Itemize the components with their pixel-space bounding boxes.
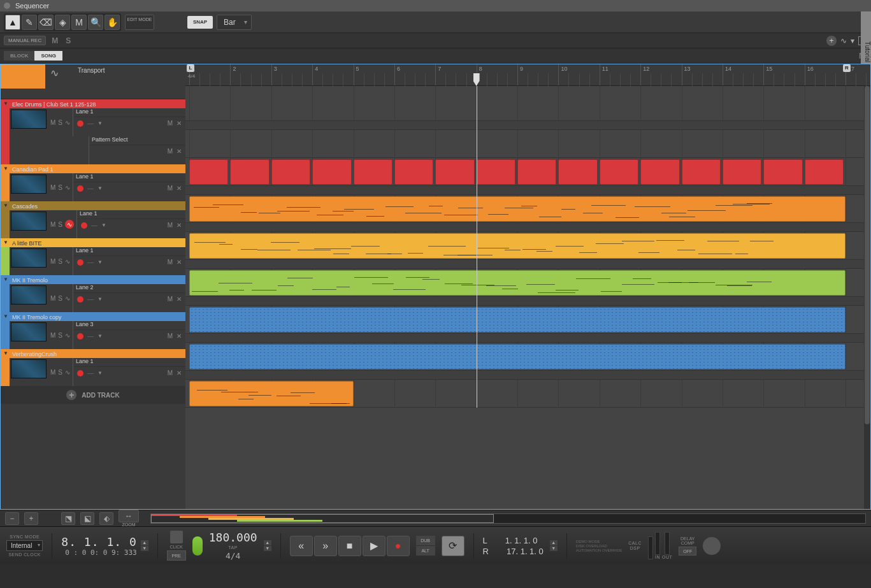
eraser-tool[interactable]: ⌫ xyxy=(38,15,54,30)
ruler-tick[interactable]: 13 xyxy=(682,64,691,85)
lane-mute[interactable]: M xyxy=(168,148,173,155)
track-mute[interactable]: M xyxy=(50,332,55,339)
track-solo[interactable]: S xyxy=(58,332,62,339)
track-title-strip[interactable]: ▼MK II Tremolo xyxy=(1,275,185,284)
manual-rec-button[interactable]: MANUAL REC xyxy=(4,36,46,45)
track-title-strip[interactable]: ▼Canadian Pad 1 xyxy=(1,164,185,173)
track-color-tab[interactable] xyxy=(1,64,45,89)
lane-delete-icon[interactable]: ✕ xyxy=(176,148,182,155)
clip[interactable] xyxy=(394,159,433,185)
tap-label[interactable]: TAP xyxy=(228,545,238,550)
lane-mute[interactable]: M xyxy=(168,369,173,376)
lane-mute[interactable]: M xyxy=(168,296,173,303)
track-header[interactable]: ▼A little BITEMS∿Lane 1—▼M✕ xyxy=(1,238,185,275)
track-solo[interactable]: S xyxy=(58,258,62,265)
zoom-preset-2[interactable]: ⬕ xyxy=(80,512,94,525)
track-color-tab[interactable] xyxy=(1,358,10,386)
zoom-out-button[interactable]: − xyxy=(5,512,19,525)
clip[interactable] xyxy=(435,159,474,185)
track-color-tab[interactable] xyxy=(1,247,10,275)
loop-marker-left[interactable]: L xyxy=(187,64,194,72)
lane-mute[interactable]: M xyxy=(168,259,173,266)
lane-dropdown-icon[interactable]: ▼ xyxy=(97,120,103,126)
song-tab[interactable]: SONG xyxy=(34,51,62,61)
track-collapse-icon[interactable]: ▼ xyxy=(3,350,8,356)
stop-button[interactable]: ■ xyxy=(338,536,361,556)
ruler[interactable]: 12345678910111213141516174/4LR xyxy=(185,64,870,86)
lane-name[interactable]: Lane 1 xyxy=(73,173,185,182)
clip[interactable] xyxy=(682,159,721,185)
track-automation-icon[interactable]: ∿ xyxy=(65,184,70,191)
timeline-lane[interactable] xyxy=(185,158,870,186)
lane-name[interactable]: Lane 1 xyxy=(73,247,185,256)
ruler-tick[interactable]: 7 xyxy=(435,64,441,85)
timeline-lane[interactable] xyxy=(185,371,870,408)
lane-name[interactable]: Lane 2 xyxy=(73,284,185,293)
forward-button[interactable]: » xyxy=(314,536,337,556)
track-solo[interactable]: S xyxy=(58,295,62,302)
block-tab[interactable]: BLOCK xyxy=(4,51,34,61)
track-collapse-icon[interactable]: ▼ xyxy=(3,166,8,171)
track-color-tab[interactable] xyxy=(1,173,10,201)
lane-name[interactable]: Lane 1 xyxy=(73,108,185,117)
loop-l-value[interactable]: 1. 1. 1. 0 xyxy=(505,536,538,545)
track-collapse-icon[interactable]: ▼ xyxy=(3,276,8,282)
lane-record-arm[interactable] xyxy=(77,120,83,127)
track-device-thumbnail[interactable] xyxy=(11,359,47,378)
track-header[interactable]: ▼Canadian Pad 1MS∿Lane 1—▼M✕ xyxy=(1,164,185,201)
clip[interactable] xyxy=(189,196,846,222)
track-mute[interactable]: M xyxy=(50,295,55,302)
position-spinner[interactable]: ▲▼ xyxy=(141,540,148,551)
track-device-thumbnail[interactable] xyxy=(11,212,47,231)
lane-name[interactable]: Lane 1 xyxy=(77,210,185,219)
timeline-area[interactable]: 12345678910111213141516174/4LR xyxy=(185,64,870,509)
timeline-lane[interactable] xyxy=(185,334,870,371)
track-collapse-icon[interactable]: ▼ xyxy=(3,240,8,245)
razor-tool[interactable]: ◈ xyxy=(55,15,70,30)
ruler-tick[interactable]: 11 xyxy=(600,64,608,85)
lane-record-arm[interactable] xyxy=(77,259,83,266)
clip[interactable] xyxy=(640,159,679,185)
automation-icon[interactable]: ∿ xyxy=(840,36,847,45)
track-device-thumbnail[interactable] xyxy=(11,175,47,194)
window-close-dot[interactable] xyxy=(4,3,10,9)
record-button[interactable]: ● xyxy=(387,536,410,556)
track-title-strip[interactable]: ▼A little BITE xyxy=(1,238,185,247)
track-automation-icon[interactable]: ∿ xyxy=(65,295,70,302)
alt-button[interactable]: ALT xyxy=(416,546,435,556)
lane-mute[interactable]: M xyxy=(168,333,173,340)
clip[interactable] xyxy=(558,159,597,185)
track-collapse-icon[interactable]: ▼ xyxy=(3,203,8,208)
timeline-lane[interactable] xyxy=(185,186,870,223)
edit-mode-button[interactable]: EDIT MODE xyxy=(125,15,154,30)
sync-mode-select[interactable]: Internal xyxy=(6,540,43,551)
track-solo[interactable]: S xyxy=(58,184,62,191)
navigator-view-handle[interactable] xyxy=(151,514,494,523)
ruler-tick[interactable]: 15 xyxy=(763,64,772,85)
zoom-preset-1[interactable]: ⬔ xyxy=(61,512,75,525)
track-title-strip[interactable]: ▼VerberatingCrush xyxy=(1,349,185,358)
track-header[interactable]: ▼MK II TremoloMS∿Lane 2—▼M✕ xyxy=(1,275,185,312)
lane-record-arm[interactable] xyxy=(77,333,83,340)
clip[interactable] xyxy=(763,159,802,185)
position-time[interactable]: 0 : 0 0: 0 9: 333 xyxy=(65,549,137,557)
rewind-button[interactable]: « xyxy=(290,536,313,556)
lane-delete-icon[interactable]: ✕ xyxy=(176,296,182,303)
track-mute[interactable]: M xyxy=(50,119,55,126)
track-color-tab[interactable] xyxy=(1,284,10,312)
lane-record-arm[interactable] xyxy=(77,296,83,303)
lane-delete-icon[interactable]: ✕ xyxy=(176,185,182,192)
delay-comp-toggle[interactable]: OFF xyxy=(679,547,696,556)
position-bars[interactable]: 8. 1. 1. 0 xyxy=(61,535,136,549)
click-level-slider[interactable] xyxy=(192,536,203,556)
loop-marker-right[interactable]: R xyxy=(843,64,851,72)
track-header[interactable]: ▼MK II Tremolo copyMS∿Lane 3—▼M✕ xyxy=(1,312,185,349)
clip[interactable] xyxy=(312,159,351,185)
pointer-tool[interactable]: ▲ xyxy=(5,15,20,30)
timesig-value[interactable]: 4/4 xyxy=(226,551,240,561)
track-solo[interactable]: S xyxy=(58,369,62,376)
vertical-scrollbar[interactable] xyxy=(864,86,870,509)
loop-button[interactable]: ⟳ xyxy=(442,536,464,556)
global-mute[interactable]: M xyxy=(52,36,58,45)
snap-value-select[interactable]: Bar xyxy=(217,15,252,30)
